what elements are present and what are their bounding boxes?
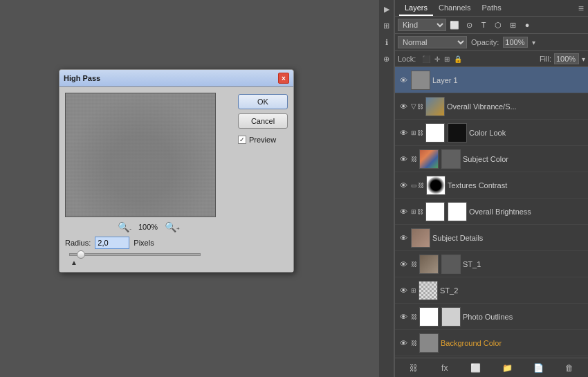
layer-eye-st1[interactable]: 👁 [398, 259, 409, 270]
preview-noise [66, 93, 215, 217]
layer-row-vibrance[interactable]: 👁 ▽ ⛓ Overall Vibrance/S... [395, 93, 588, 120]
layer-eye-brightness[interactable]: 👁 [398, 206, 409, 217]
link-layers-icon[interactable]: ⛓ [407, 361, 421, 375]
dialog-buttons: OK Cancel ✓ Preview [238, 93, 288, 266]
canvas-area: High Pass × 🔍- 100% 🔍+ Radius: Pixels [0, 0, 379, 377]
layer-thumb-textures [426, 176, 445, 195]
layer-thumb-subjectcolor [419, 149, 439, 169]
brightness-chain-icon: ⛓ [417, 208, 423, 215]
lock-pos-icon[interactable]: ✛ [434, 55, 440, 63]
layer-eye-bgcolor[interactable]: 👁 [398, 338, 409, 349]
fill-input[interactable] [554, 53, 579, 64]
radius-input[interactable] [95, 237, 129, 249]
filter-toggle-icon[interactable]: ● [521, 19, 533, 31]
layer-icons-colorlook: ⊞ ⛓ [411, 129, 423, 136]
create-layer-icon[interactable]: 📄 [531, 361, 545, 375]
layer-eye-textures[interactable]: 👁 [398, 180, 409, 191]
layer-row-layer1[interactable]: 👁 Layer 1 [395, 67, 588, 93]
colorlook-chain-icon: ⛓ [417, 129, 423, 136]
panel-menu-icon[interactable]: ≡ [578, 3, 584, 14]
tab-channels[interactable]: Channels [433, 1, 476, 16]
dialog-close-button[interactable]: × [278, 73, 289, 84]
layer-thumb-brightness [425, 202, 445, 221]
photooutlines-chain-icon: ⛓ [411, 313, 417, 320]
filter-adjust-icon[interactable]: ⊙ [463, 19, 475, 31]
layer-row-st2[interactable]: 👁 ⊞ ST_2 [395, 277, 588, 304]
opacity-input[interactable] [503, 37, 528, 48]
blend-mode-select[interactable]: Normal [398, 36, 467, 48]
preview-checkbox[interactable]: ✓ [238, 136, 246, 144]
layers-panel: Layers Channels Paths ≡ Kind ⬜ ⊙ T ⬡ ⊞ ●… [394, 0, 588, 377]
layer-name-brightness: Overall Brightness [469, 208, 585, 216]
vert-tool-1[interactable]: ▶ [380, 3, 393, 15]
layers-list: 👁 Layer 1 👁 ▽ ⛓ Overall Vibrance/S... 👁 … [395, 67, 588, 358]
layer-thumb-vibrance [425, 97, 445, 116]
layer-row-subjectdetails[interactable]: 👁 Subject Details [395, 225, 588, 251]
layer-row-colorlook[interactable]: 👁 ⊞ ⛓ Color Look [395, 120, 588, 146]
layer-thumb-colorlook-mask [448, 123, 467, 142]
vert-tool-4[interactable]: ⊕ [380, 53, 393, 65]
layer-row-st1[interactable]: 👁 ⛓ ST_1 [395, 251, 588, 277]
create-group-icon[interactable]: 📁 [500, 361, 514, 375]
add-style-icon[interactable]: fx [438, 361, 452, 375]
layer-eye-photooutlines[interactable]: 👁 [398, 311, 409, 322]
pixels-label: Pixels [134, 239, 154, 247]
add-mask-icon[interactable]: ⬜ [469, 361, 483, 375]
layer-icons-textures: ▭ ⛓ [411, 182, 424, 189]
st1-chain-icon: ⛓ [411, 261, 417, 268]
layer-name-layer1: Layer 1 [432, 76, 585, 84]
layer-name-colorlook: Color Look [469, 129, 585, 137]
dialog-left: 🔍- 100% 🔍+ Radius: Pixels ▲ [65, 93, 232, 266]
layers-filter-row: Kind ⬜ ⊙ T ⬡ ⊞ ● [395, 17, 588, 34]
cancel-button[interactable]: Cancel [238, 113, 288, 129]
kind-select[interactable]: Kind [398, 19, 446, 31]
layer-thumb-st1-mask [441, 255, 461, 274]
preview-label: Preview [249, 136, 276, 144]
tab-layers[interactable]: Layers [399, 1, 433, 16]
layer-icons-brightness: ⊞ ⛓ [411, 208, 423, 215]
fill-arrow-icon[interactable]: ▾ [582, 55, 585, 63]
preview-canvas[interactable] [65, 93, 216, 217]
radius-slider[interactable] [69, 253, 201, 256]
high-pass-dialog: High Pass × 🔍- 100% 🔍+ Radius: Pixels [59, 69, 294, 273]
zoom-out-icon[interactable]: 🔍- [118, 221, 131, 232]
fill-section: Fill: ▾ [540, 53, 585, 64]
layer-name-textures: Textures Contrast [448, 181, 585, 190]
slider-thumb[interactable] [77, 250, 85, 259]
layer-eye-layer1[interactable]: 👁 [398, 75, 409, 86]
filter-smart-icon[interactable]: ⊞ [506, 19, 519, 31]
lock-move-icon[interactable]: ⊞ [444, 55, 450, 63]
layer-eye-colorlook[interactable]: 👁 [398, 127, 409, 138]
layer-eye-subjectdetails[interactable]: 👁 [398, 232, 409, 243]
filter-pixel-icon[interactable]: ⬜ [448, 19, 461, 31]
dialog-title: High Pass [64, 74, 100, 82]
layer-thumb-layer1 [411, 71, 430, 90]
filter-type-icon[interactable]: T [477, 19, 490, 31]
layer-name-photooutlines: Photo Outlines [463, 313, 585, 321]
tab-paths[interactable]: Paths [477, 1, 507, 16]
layer-eye-subjectcolor[interactable]: 👁 [398, 154, 409, 165]
delete-layer-icon[interactable]: 🗑 [562, 361, 576, 375]
layer-row-brightness[interactable]: 👁 ⊞ ⛓ Overall Brightness [395, 199, 588, 225]
panel-footer: ⛓ fx ⬜ 📁 📄 🗑 [395, 358, 588, 377]
opacity-arrow-icon[interactable]: ▾ [532, 39, 535, 46]
lock-pixel-icon[interactable]: ⬛ [422, 55, 430, 63]
vert-tool-3[interactable]: ℹ [380, 36, 393, 48]
layer-row-bgcolor[interactable]: 👁 ⛓ Background Color [395, 330, 588, 356]
layer-name-st1: ST_1 [463, 260, 585, 268]
layer-row-subjectcolor[interactable]: 👁 ⛓ Subject Color [395, 146, 588, 172]
layer-eye-vibrance[interactable]: 👁 [398, 101, 409, 112]
layer-eye-st2[interactable]: 👁 [398, 285, 409, 296]
textures-rect-icon: ▭ [411, 182, 417, 189]
layer-thumb-photooutlines-mask [441, 307, 461, 327]
layer-thumb-st1 [419, 255, 439, 274]
ok-button[interactable]: OK [238, 94, 288, 109]
blend-row: Normal Opacity: ▾ [395, 34, 588, 51]
layer-row-photooutlines[interactable]: 👁 ⛓ Photo Outlines [395, 304, 588, 330]
filter-shape-icon[interactable]: ⬡ [492, 19, 504, 31]
lock-all-icon[interactable]: 🔒 [454, 55, 462, 63]
dialog-body: 🔍- 100% 🔍+ Radius: Pixels ▲ [59, 87, 293, 272]
layer-row-textures[interactable]: 👁 ▭ ⛓ Textures Contrast [395, 172, 588, 199]
zoom-in-icon[interactable]: 🔍+ [165, 221, 180, 232]
vert-tool-2[interactable]: ⊞ [380, 19, 393, 32]
